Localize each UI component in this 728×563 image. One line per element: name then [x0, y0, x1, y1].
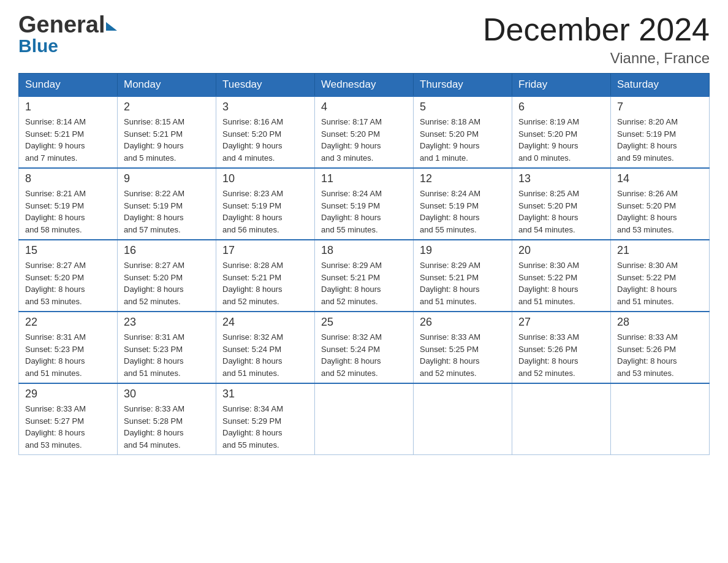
calendar-cell: [414, 383, 512, 455]
day-number: 26: [420, 316, 506, 329]
day-number: 18: [321, 244, 407, 257]
day-info: Sunrise: 8:23 AMSunset: 5:19 PMDaylight:…: [222, 188, 308, 236]
calendar-cell: 12 Sunrise: 8:24 AMSunset: 5:19 PMDaylig…: [414, 168, 512, 240]
day-info: Sunrise: 8:30 AMSunset: 5:22 PMDaylight:…: [617, 259, 703, 307]
day-number: 6: [518, 101, 604, 113]
calendar-cell: 25 Sunrise: 8:32 AMSunset: 5:24 PMDaylig…: [315, 312, 414, 383]
day-number: 4: [321, 101, 407, 113]
calendar-cell: 28 Sunrise: 8:33 AMSunset: 5:26 PMDaylig…: [611, 312, 710, 383]
logo-blue-text: Blue: [18, 36, 117, 56]
calendar-cell: 3 Sunrise: 8:16 AMSunset: 5:20 PMDayligh…: [216, 96, 315, 168]
calendar-cell: 20 Sunrise: 8:30 AMSunset: 5:22 PMDaylig…: [512, 240, 611, 312]
header-friday: Friday: [512, 74, 611, 97]
day-info: Sunrise: 8:33 AMSunset: 5:25 PMDaylight:…: [420, 331, 506, 379]
day-info: Sunrise: 8:31 AMSunset: 5:23 PMDaylight:…: [25, 331, 111, 379]
calendar-cell: 8 Sunrise: 8:21 AMSunset: 5:19 PMDayligh…: [19, 168, 118, 240]
day-number: 24: [222, 316, 308, 329]
day-number: 21: [617, 244, 703, 257]
day-info: Sunrise: 8:28 AMSunset: 5:21 PMDaylight:…: [222, 259, 308, 307]
calendar-table: Sunday Monday Tuesday Wednesday Thursday…: [18, 73, 710, 455]
calendar-cell: [315, 383, 414, 455]
day-number: 10: [222, 172, 308, 185]
week-row-4: 22 Sunrise: 8:31 AMSunset: 5:23 PMDaylig…: [19, 312, 710, 383]
calendar-cell: 11 Sunrise: 8:24 AMSunset: 5:19 PMDaylig…: [315, 168, 414, 240]
day-info: Sunrise: 8:18 AMSunset: 5:20 PMDaylight:…: [420, 116, 506, 164]
day-info: Sunrise: 8:30 AMSunset: 5:22 PMDaylight:…: [518, 259, 604, 307]
calendar-cell: 5 Sunrise: 8:18 AMSunset: 5:20 PMDayligh…: [414, 96, 512, 168]
day-info: Sunrise: 8:32 AMSunset: 5:24 PMDaylight:…: [321, 331, 407, 379]
calendar-cell: 19 Sunrise: 8:29 AMSunset: 5:21 PMDaylig…: [414, 240, 512, 312]
day-number: 19: [420, 244, 506, 257]
day-number: 29: [25, 388, 111, 400]
day-number: 30: [124, 388, 210, 400]
header-sunday: Sunday: [19, 74, 118, 97]
header-row: Sunday Monday Tuesday Wednesday Thursday…: [19, 74, 710, 97]
calendar-cell: [512, 383, 611, 455]
day-number: 1: [25, 101, 111, 113]
calendar-cell: 6 Sunrise: 8:19 AMSunset: 5:20 PMDayligh…: [512, 96, 611, 168]
calendar-cell: 31 Sunrise: 8:34 AMSunset: 5:29 PMDaylig…: [216, 383, 315, 455]
calendar-cell: 10 Sunrise: 8:23 AMSunset: 5:19 PMDaylig…: [216, 168, 315, 240]
day-info: Sunrise: 8:33 AMSunset: 5:26 PMDaylight:…: [518, 331, 604, 379]
week-row-3: 15 Sunrise: 8:27 AMSunset: 5:20 PMDaylig…: [19, 240, 710, 312]
calendar-location: Vianne, France: [483, 50, 710, 67]
calendar-cell: 22 Sunrise: 8:31 AMSunset: 5:23 PMDaylig…: [19, 312, 118, 383]
logo: General Blue: [18, 12, 117, 56]
day-number: 7: [617, 101, 703, 113]
day-number: 9: [124, 172, 210, 185]
calendar-title: December 2024: [483, 12, 710, 47]
day-info: Sunrise: 8:16 AMSunset: 5:20 PMDaylight:…: [222, 116, 308, 164]
calendar-cell: 23 Sunrise: 8:31 AMSunset: 5:23 PMDaylig…: [118, 312, 216, 383]
calendar-cell: 2 Sunrise: 8:15 AMSunset: 5:21 PMDayligh…: [118, 96, 216, 168]
day-number: 3: [222, 101, 308, 113]
day-number: 15: [25, 244, 111, 257]
calendar-cell: 30 Sunrise: 8:33 AMSunset: 5:28 PMDaylig…: [118, 383, 216, 455]
calendar-cell: 1 Sunrise: 8:14 AMSunset: 5:21 PMDayligh…: [19, 96, 118, 168]
day-info: Sunrise: 8:24 AMSunset: 5:19 PMDaylight:…: [321, 188, 407, 236]
calendar-cell: 16 Sunrise: 8:27 AMSunset: 5:20 PMDaylig…: [118, 240, 216, 312]
day-info: Sunrise: 8:24 AMSunset: 5:19 PMDaylight:…: [420, 188, 506, 236]
day-info: Sunrise: 8:25 AMSunset: 5:20 PMDaylight:…: [518, 188, 604, 236]
calendar-cell: 29 Sunrise: 8:33 AMSunset: 5:27 PMDaylig…: [19, 383, 118, 455]
day-number: 11: [321, 172, 407, 185]
day-info: Sunrise: 8:27 AMSunset: 5:20 PMDaylight:…: [124, 259, 210, 307]
day-info: Sunrise: 8:14 AMSunset: 5:21 PMDaylight:…: [25, 116, 111, 164]
day-info: Sunrise: 8:34 AMSunset: 5:29 PMDaylight:…: [222, 403, 308, 451]
day-info: Sunrise: 8:20 AMSunset: 5:19 PMDaylight:…: [617, 116, 703, 164]
day-info: Sunrise: 8:21 AMSunset: 5:19 PMDaylight:…: [25, 188, 111, 236]
logo-general-text: General: [18, 12, 105, 38]
day-info: Sunrise: 8:33 AMSunset: 5:28 PMDaylight:…: [124, 403, 210, 451]
calendar-cell: 26 Sunrise: 8:33 AMSunset: 5:25 PMDaylig…: [414, 312, 512, 383]
day-number: 31: [222, 388, 308, 400]
day-number: 22: [25, 316, 111, 329]
day-number: 27: [518, 316, 604, 329]
calendar-cell: 13 Sunrise: 8:25 AMSunset: 5:20 PMDaylig…: [512, 168, 611, 240]
calendar-cell: 7 Sunrise: 8:20 AMSunset: 5:19 PMDayligh…: [611, 96, 710, 168]
day-number: 17: [222, 244, 308, 257]
title-section: December 2024 Vianne, France: [483, 12, 710, 67]
day-info: Sunrise: 8:33 AMSunset: 5:26 PMDaylight:…: [617, 331, 703, 379]
header-thursday: Thursday: [414, 74, 512, 97]
day-info: Sunrise: 8:33 AMSunset: 5:27 PMDaylight:…: [25, 403, 111, 451]
calendar-cell: 14 Sunrise: 8:26 AMSunset: 5:20 PMDaylig…: [611, 168, 710, 240]
calendar-cell: [611, 383, 710, 455]
calendar-cell: 21 Sunrise: 8:30 AMSunset: 5:22 PMDaylig…: [611, 240, 710, 312]
day-number: 2: [124, 101, 210, 113]
day-info: Sunrise: 8:29 AMSunset: 5:21 PMDaylight:…: [321, 259, 407, 307]
calendar-cell: 18 Sunrise: 8:29 AMSunset: 5:21 PMDaylig…: [315, 240, 414, 312]
header-wednesday: Wednesday: [315, 74, 414, 97]
day-number: 14: [617, 172, 703, 185]
calendar-cell: 17 Sunrise: 8:28 AMSunset: 5:21 PMDaylig…: [216, 240, 315, 312]
week-row-1: 1 Sunrise: 8:14 AMSunset: 5:21 PMDayligh…: [19, 96, 710, 168]
day-number: 23: [124, 316, 210, 329]
day-number: 12: [420, 172, 506, 185]
day-number: 16: [124, 244, 210, 257]
day-number: 8: [25, 172, 111, 185]
day-info: Sunrise: 8:26 AMSunset: 5:20 PMDaylight:…: [617, 188, 703, 236]
day-info: Sunrise: 8:27 AMSunset: 5:20 PMDaylight:…: [25, 259, 111, 307]
day-number: 5: [420, 101, 506, 113]
day-info: Sunrise: 8:29 AMSunset: 5:21 PMDaylight:…: [420, 259, 506, 307]
logo-arrow-icon: [106, 22, 117, 31]
day-number: 28: [617, 316, 703, 329]
day-info: Sunrise: 8:17 AMSunset: 5:20 PMDaylight:…: [321, 116, 407, 164]
